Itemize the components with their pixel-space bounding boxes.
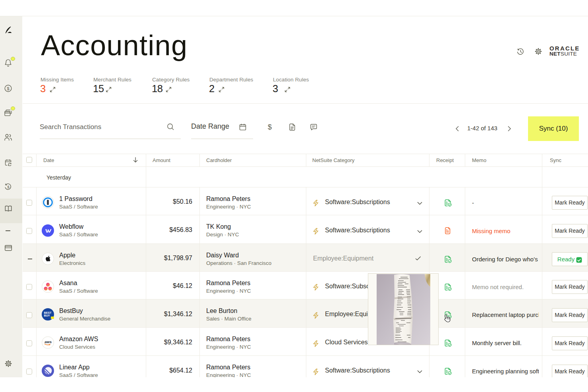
svg-text:$: $ [7,86,10,91]
svg-text:$: $ [7,185,10,189]
